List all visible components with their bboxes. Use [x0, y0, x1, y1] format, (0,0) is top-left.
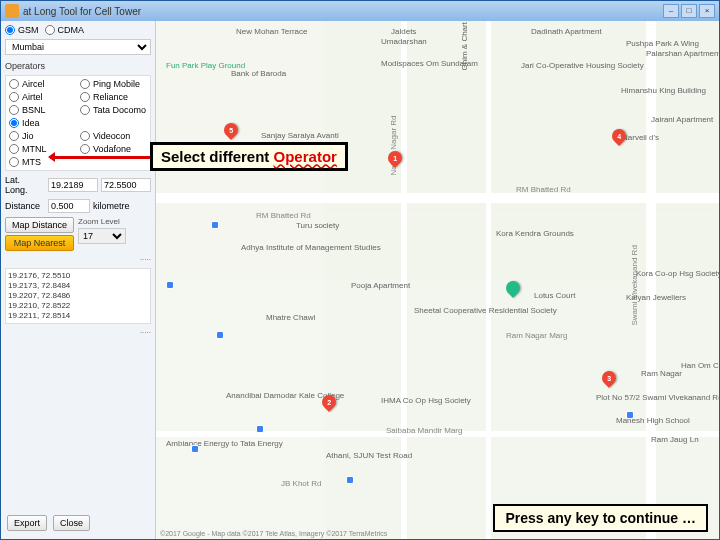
place-label: Bank of Baroda: [231, 69, 286, 78]
map-distance-button[interactable]: Map Distance: [5, 217, 74, 233]
operator-radio[interactable]: Tata Docomo: [80, 105, 147, 115]
operator-radio[interactable]: Airtel: [9, 92, 76, 102]
result-row: 19.2207, 72.8486: [8, 291, 148, 301]
close-button[interactable]: Close: [53, 515, 90, 531]
road-label: Ram Nagar Marg: [506, 331, 567, 340]
continue-prompt: Press any key to continue …: [493, 504, 708, 532]
place-label: Kalyan Jewellers: [626, 293, 686, 302]
road-label: RM Bhatted Rd: [256, 211, 311, 220]
zoom-label: Zoom Level: [78, 217, 126, 226]
operator-radio[interactable]: Reliance: [80, 92, 147, 102]
place-label: Fun Park Play Ground: [166, 61, 245, 70]
place-label: Mhatre Chawl: [266, 313, 315, 322]
distance-unit: kilometre: [93, 201, 130, 211]
lng-input[interactable]: [101, 178, 151, 192]
zoom-select[interactable]: 17: [78, 228, 126, 244]
poi-dot: [346, 476, 354, 484]
poi-dot: [166, 281, 174, 289]
annotation-arrow: [50, 156, 150, 159]
app-window: at Long Tool for Cell Tower – □ × GSM CD…: [0, 0, 720, 540]
poi-dot: [626, 411, 634, 419]
map[interactable]: RM Bhatted Rd RM Bhatted Rd Saibaba Mand…: [156, 21, 719, 539]
poi-dot: [256, 425, 264, 433]
place-label: Modispaces Om Sundaram: [381, 59, 451, 68]
place-label: Sanjay Saraiya Avanti: [261, 131, 339, 140]
cdma-radio[interactable]: CDMA: [45, 25, 85, 35]
result-row: 19.2210, 72.8522: [8, 301, 148, 311]
place-label: IHMA Co Op Hsg Society: [381, 396, 451, 405]
titlebar[interactable]: at Long Tool for Cell Tower – □ ×: [1, 1, 719, 21]
operator-radio[interactable]: Ping Mobile: [80, 79, 147, 89]
lat-input[interactable]: [48, 178, 98, 192]
result-row: 19.2211, 72.8514: [8, 311, 148, 321]
results-list: 19.2176, 72.551019.2173, 72.848419.2207,…: [5, 268, 151, 324]
road-label: Saibaba Mandir Marg: [386, 426, 462, 435]
place-label: Plot No 57/2 Swami Vivekanand Rd: [596, 393, 666, 402]
app-icon: [5, 4, 19, 18]
divider-dots: ·····: [5, 328, 151, 337]
operator-radio[interactable]: Vodafone: [80, 144, 147, 154]
place-label: Himanshu King Building: [621, 86, 706, 95]
poi-dot: [211, 221, 219, 229]
sidebar: GSM CDMA Mumbai Operators AircelPing Mob…: [1, 21, 156, 539]
map-attribution: ©2017 Google - Map data ©2017 Tele Atlas…: [160, 530, 387, 537]
distance-input[interactable]: [48, 199, 90, 213]
map-marker[interactable]: 1: [388, 151, 402, 171]
place-label: Kora Kendra Grounds: [496, 229, 574, 238]
poi-dot: [191, 445, 199, 453]
place-label: Umadarshan: [381, 37, 427, 46]
place-label: Ram Nagar: [641, 369, 682, 378]
map-marker[interactable]: 3: [602, 371, 616, 391]
operator-radio[interactable]: BSNL: [9, 105, 76, 115]
place-label: Jari Co-Operative Housing Society: [521, 61, 611, 70]
divider-dots: ·····: [5, 255, 151, 264]
map-marker[interactable]: [506, 281, 520, 301]
place-label: Anandibai Damodar Kale College: [226, 391, 306, 400]
place-label: Jairani Apartment: [651, 115, 713, 124]
map-marker[interactable]: 4: [612, 129, 626, 149]
place-label: New Mohan Terrace: [236, 27, 307, 36]
operator-radio[interactable]: Idea: [9, 118, 76, 128]
annotation-callout: Select different Operator: [150, 142, 348, 171]
distance-label: Distance: [5, 201, 45, 211]
place-label: Kora Co-op Hsg Society: [636, 269, 706, 278]
city-select[interactable]: Mumbai: [5, 39, 151, 55]
road-label: Swami Vivekanand Rd: [630, 245, 639, 325]
minimize-button[interactable]: –: [663, 4, 679, 18]
poi-dot: [216, 331, 224, 339]
result-row: 19.2173, 72.8484: [8, 281, 148, 291]
place-label: Adhya Institute of Management Studies: [241, 243, 321, 252]
map-nearest-button[interactable]: Map Nearest: [5, 235, 74, 251]
place-label: Athani, SJUN Test Road: [326, 451, 412, 460]
place-label: Ambiance Energy to Tata Energy: [166, 439, 246, 448]
place-label: Pushpa Park A Wing: [626, 39, 699, 48]
place-label: Pooja Apartment: [351, 281, 410, 290]
tech-radio-group: GSM CDMA: [5, 25, 151, 35]
operator-radio[interactable]: Jio: [9, 131, 76, 141]
road-label: RM Bhatted Rd: [516, 185, 571, 194]
map-marker[interactable]: 5: [224, 123, 238, 143]
place-label: Ram Jaug Ln: [651, 435, 699, 444]
place-label: Dadinath Apartment: [531, 27, 602, 36]
operator-radio: [80, 118, 147, 128]
place-label: Jaldets: [391, 27, 416, 36]
operator-radio[interactable]: Videocon: [80, 131, 147, 141]
place-label: Ghim & Chart: [460, 22, 469, 70]
place-label: Han Om CHS: [681, 361, 719, 370]
close-window-button[interactable]: ×: [699, 4, 715, 18]
place-label: Narveil d's: [622, 133, 659, 142]
place-label: Turu society: [296, 221, 339, 230]
place-label: Lotus Court: [534, 291, 575, 300]
map-marker[interactable]: 2: [322, 395, 336, 415]
road-label: JB Khot Rd: [281, 479, 321, 488]
maximize-button[interactable]: □: [681, 4, 697, 18]
operators-label: Operators: [5, 61, 151, 71]
operator-radio[interactable]: Aircel: [9, 79, 76, 89]
gsm-radio[interactable]: GSM: [5, 25, 39, 35]
place-label: Sheetal Cooperative Residential Society: [414, 306, 504, 315]
latlong-label: Lat. Long.: [5, 175, 45, 195]
window-title: at Long Tool for Cell Tower: [23, 6, 663, 17]
place-label: Palarshan Apartment: [646, 49, 719, 58]
result-row: 19.2176, 72.5510: [8, 271, 148, 281]
export-button[interactable]: Export: [7, 515, 47, 531]
